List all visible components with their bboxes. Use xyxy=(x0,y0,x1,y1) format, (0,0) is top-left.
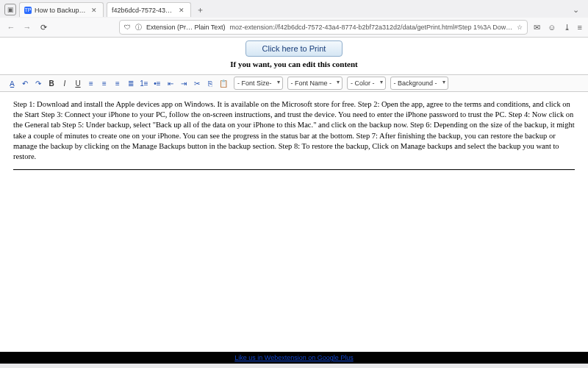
italic-icon[interactable]: I xyxy=(59,77,71,89)
window-list-icon[interactable]: ▣ xyxy=(4,4,16,15)
tab-close-1[interactable]: ✕ xyxy=(177,7,186,14)
cut-icon[interactable]: ✂ xyxy=(191,77,203,89)
redo-icon[interactable]: ↷ xyxy=(32,77,44,89)
forward-button: → xyxy=(22,22,32,32)
select-all-icon[interactable]: A̲ xyxy=(6,77,18,89)
shield-icon[interactable]: 🛡 xyxy=(124,24,131,31)
url-text: moz-extension://f42b6dcd-7572-43a4-8774-… xyxy=(229,24,512,31)
url-box[interactable]: 🛡 ⓘ Extension (Pr… Plain Text) moz-exten… xyxy=(119,20,528,35)
print-header: Click here to Print xyxy=(0,38,588,58)
page-inner: Click here to Print If you want, you can… xyxy=(0,38,588,352)
color-select[interactable]: - Color - xyxy=(347,77,386,90)
address-bar: ← → ⟳ 🛡 ⓘ Extension (Pr… Plain Text) moz… xyxy=(0,18,588,37)
font-size-select[interactable]: - Font Size- xyxy=(234,77,283,90)
indent-icon[interactable]: ⇥ xyxy=(178,77,190,89)
paste-icon[interactable]: 📋 xyxy=(218,77,229,89)
tab-bar: ▣ TP How to Backup Your iPhone Wi ✕ f42b… xyxy=(0,0,588,18)
bold-icon[interactable]: B xyxy=(46,77,57,89)
page: Click here to Print If you want, you can… xyxy=(0,38,588,364)
copy-icon[interactable]: ⎘ xyxy=(204,77,216,89)
align-center-icon[interactable]: ≡ xyxy=(98,77,110,89)
account-icon[interactable]: ☺ xyxy=(548,23,556,32)
extension-badge: Extension (Pr… Plain Text) xyxy=(146,24,225,31)
permission-icon[interactable]: ⓘ xyxy=(135,23,142,32)
tab-1[interactable]: f42b6dcd-7572-43a4-8774-b2bf7 ✕ xyxy=(107,2,191,17)
tab-overflow-button[interactable]: ⌄ xyxy=(568,5,584,15)
underline-icon[interactable]: U xyxy=(72,77,84,89)
content-divider xyxy=(13,169,575,170)
toolbar-right-icons: ✉ ☺ ⤓ ≡ xyxy=(534,23,582,32)
bottom-edge xyxy=(0,364,588,368)
editor-toolbar: A̲ ↶ ↷ B I U ≡ ≡ ≡ ≣ 1≡ •≡ ⇤ ⇥ ✂ ⎘ 📋 - F… xyxy=(0,74,588,92)
unordered-list-icon[interactable]: •≡ xyxy=(151,77,163,89)
browser-chrome: ▣ TP How to Backup Your iPhone Wi ✕ f42b… xyxy=(0,0,588,38)
ordered-list-icon[interactable]: 1≡ xyxy=(138,77,150,89)
sub-message: If you want, you can edit this content xyxy=(0,58,588,74)
font-name-select[interactable]: - Font Name - xyxy=(287,77,343,90)
align-left-icon[interactable]: ≡ xyxy=(85,77,97,89)
menu-icon[interactable]: ≡ xyxy=(578,23,582,32)
back-button[interactable]: ← xyxy=(6,22,16,32)
outdent-icon[interactable]: ⇤ xyxy=(165,77,176,89)
tab-close-0[interactable]: ✕ xyxy=(90,7,98,14)
footer-link[interactable]: Like us in Webextension on Google Plus xyxy=(234,354,353,361)
reload-button[interactable]: ⟳ xyxy=(38,22,49,32)
pocket-icon[interactable]: ✉ xyxy=(534,23,540,32)
content-paragraph[interactable]: Step 1: Download and install the Apple d… xyxy=(13,99,575,162)
downloads-icon[interactable]: ⤓ xyxy=(564,23,570,32)
tab-title-1: f42b6dcd-7572-43a4-8774-b2bf7 xyxy=(112,7,174,14)
bookmark-star-icon[interactable]: ☆ xyxy=(517,24,523,31)
tab-title-0: How to Backup Your iPhone Wi xyxy=(35,7,87,14)
undo-icon[interactable]: ↶ xyxy=(19,77,31,89)
tab-0[interactable]: TP How to Backup Your iPhone Wi ✕ xyxy=(19,2,104,17)
tab-favicon-0: TP xyxy=(24,7,32,14)
justify-icon[interactable]: ≣ xyxy=(125,77,137,89)
background-select[interactable]: - Background - xyxy=(390,77,448,90)
print-button[interactable]: Click here to Print xyxy=(245,40,343,57)
footer-bar: Like us in Webextension on Google Plus xyxy=(0,352,588,364)
content-body[interactable]: Step 1: Download and install the Apple d… xyxy=(0,92,588,352)
new-tab-button[interactable]: ＋ xyxy=(194,4,206,15)
align-right-icon[interactable]: ≡ xyxy=(112,77,123,89)
